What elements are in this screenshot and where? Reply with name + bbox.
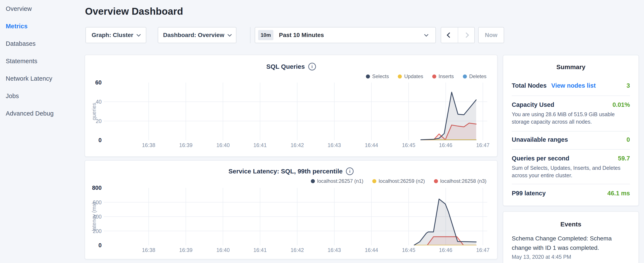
- time-step-forward-button[interactable]: [458, 28, 474, 43]
- legend-dot-icon: [366, 75, 370, 79]
- legend-label: Selects: [372, 73, 389, 79]
- summary-row-unavailable-ranges: Unavailable ranges 0: [512, 136, 630, 143]
- time-step-buttons: [441, 27, 475, 43]
- divider: [512, 149, 630, 150]
- summary-row-value: 3: [626, 82, 630, 89]
- x-axis-ticks: 16:3816:3916:4016:4116:4216:4316:4416:45…: [104, 142, 487, 149]
- x-tick-label: 16:38: [142, 247, 156, 253]
- x-tick-label: 16:43: [328, 247, 341, 253]
- legend-item-localhost-26259-n2-[interactable]: localhost:26259 (n2): [372, 178, 425, 184]
- time-range-dropdown[interactable]: 10m Past 10 Minutes: [255, 27, 436, 43]
- legend-item-updates[interactable]: Updates: [398, 73, 423, 79]
- x-tick-label: 16:46: [439, 247, 452, 253]
- summary-row-label: Capacity Used: [512, 101, 554, 108]
- summary-row-total-nodes: Total Nodes View nodes list 3: [512, 82, 630, 89]
- x-tick-label: 16:40: [216, 247, 230, 253]
- now-button[interactable]: Now: [478, 27, 504, 43]
- y-axis-ticks: 6040200: [85, 55, 102, 157]
- x-tick-label: 16:42: [291, 142, 304, 148]
- legend-dot-icon: [432, 75, 436, 79]
- x-tick-label: 16:46: [439, 142, 452, 148]
- summary-title: Summary: [503, 63, 638, 71]
- summary-row-description: You are using 28.6 MiB of 515.9 GiB usab…: [512, 111, 628, 126]
- summary-row-label: P99 latency: [512, 190, 546, 197]
- x-tick-label: 16:47: [476, 247, 490, 253]
- legend-item-localhost-26257-n1-[interactable]: localhost:26257 (n1): [311, 178, 363, 184]
- summary-row-description: Sum of Selects, Updates, Inserts, and De…: [512, 164, 628, 179]
- summary-row-capacity: Capacity Used 0.01%: [512, 101, 630, 108]
- dashboard-dropdown[interactable]: Dashboard: Overview: [158, 27, 236, 43]
- events-panel: Events Schema Change Completed: Schema c…: [503, 211, 639, 263]
- x-tick-label: 16:41: [254, 142, 267, 148]
- y-tick-label: 40: [96, 99, 102, 105]
- page-title: Overview Dashboard: [85, 6, 183, 17]
- legend-label: localhost:26257 (n1): [317, 178, 363, 184]
- summary-row-label: Total Nodes: [512, 82, 546, 89]
- events-title: Events: [503, 221, 638, 228]
- summary-row-value: 46.1 ms: [608, 190, 630, 197]
- info-icon[interactable]: i: [308, 63, 316, 70]
- legend-item-localhost-26258-n3-[interactable]: localhost:26258 (n3): [434, 178, 486, 184]
- view-nodes-list-link[interactable]: View nodes list: [551, 82, 596, 89]
- sidebar-item-statements[interactable]: Statements: [6, 52, 84, 70]
- y-axis-ticks: 8006004002000: [85, 161, 102, 260]
- legend-dot-icon: [434, 179, 438, 183]
- summary-row-value: 0: [626, 136, 630, 143]
- chevron-right-icon: [464, 32, 469, 38]
- chart-title: SQL Queries: [266, 63, 305, 70]
- dashboard-dropdown-label: Dashboard: Overview: [163, 32, 224, 39]
- summary-row-label: Queries per second: [512, 155, 569, 162]
- toolbar: Graph: Cluster Dashboard: Overview 10m P…: [0, 27, 644, 43]
- time-step-back-button[interactable]: [441, 28, 458, 43]
- sql-queries-card: SQL Queries i SelectsUpdatesInsertsDelet…: [84, 55, 498, 157]
- legend-dot-icon: [398, 75, 402, 79]
- y-tick-label: 60: [95, 79, 102, 86]
- y-tick-label: 400: [93, 214, 102, 220]
- x-tick-label: 16:39: [179, 247, 193, 253]
- x-tick-label: 16:45: [402, 247, 416, 253]
- y-tick-label: 0: [98, 242, 102, 249]
- chart-title: Service Latency: SQL, 99th percentile: [228, 168, 343, 175]
- legend-dot-icon: [372, 179, 376, 183]
- y-tick-label: 600: [93, 199, 102, 205]
- x-tick-label: 16:43: [328, 142, 341, 148]
- legend-item-selects[interactable]: Selects: [366, 73, 389, 79]
- graph-dropdown[interactable]: Graph: Cluster: [86, 27, 146, 43]
- toolbar-divider: [250, 27, 250, 43]
- divider: [512, 131, 630, 132]
- y-tick-label: 200: [93, 228, 102, 234]
- x-tick-label: 16:42: [291, 247, 304, 253]
- y-tick-label: 0: [98, 137, 102, 144]
- summary-panel: Summary Total Nodes View nodes list 3 Ca…: [503, 55, 639, 206]
- x-tick-label: 16:38: [142, 142, 156, 148]
- legend-dot-icon: [463, 75, 467, 79]
- info-icon[interactable]: i: [346, 167, 354, 175]
- sidebar-item-overview[interactable]: Overview: [6, 0, 84, 18]
- chevron-down-icon: [424, 32, 428, 37]
- summary-row-p99-latency: P99 latency 46.1 ms: [512, 190, 630, 197]
- summary-row-value: 0.01%: [612, 101, 630, 108]
- sidebar-item-network-latency[interactable]: Network Latency: [6, 70, 84, 87]
- service-latency-card: Service Latency: SQL, 99th percentile i …: [84, 160, 498, 259]
- legend-item-inserts[interactable]: Inserts: [432, 73, 454, 79]
- legend-label: localhost:26258 (n3): [440, 178, 486, 184]
- chevron-left-icon: [447, 32, 452, 38]
- service-latency-chart[interactable]: [104, 188, 487, 245]
- x-tick-label: 16:41: [254, 247, 267, 253]
- sidebar-item-advanced-debug[interactable]: Advanced Debug: [6, 105, 84, 122]
- graph-dropdown-label: Graph: Cluster: [92, 32, 133, 39]
- time-range-label: Past 10 Minutes: [279, 32, 425, 39]
- x-tick-label: 16:47: [476, 142, 490, 148]
- x-axis-ticks: 16:3816:3916:4016:4116:4216:4316:4416:45…: [104, 247, 487, 254]
- x-tick-label: 16:45: [402, 142, 416, 148]
- divider: [512, 184, 630, 184]
- sql-queries-chart[interactable]: [104, 83, 487, 140]
- x-tick-label: 16:44: [365, 142, 378, 148]
- x-tick-label: 16:44: [365, 247, 378, 253]
- divider: [512, 96, 630, 96]
- time-range-badge: 10m: [258, 30, 274, 40]
- chart-legend: localhost:26257 (n1)localhost:26259 (n2)…: [311, 178, 486, 184]
- legend-item-deletes[interactable]: Deletes: [463, 73, 486, 79]
- sidebar-item-jobs[interactable]: Jobs: [6, 87, 84, 105]
- legend-label: Updates: [404, 73, 423, 79]
